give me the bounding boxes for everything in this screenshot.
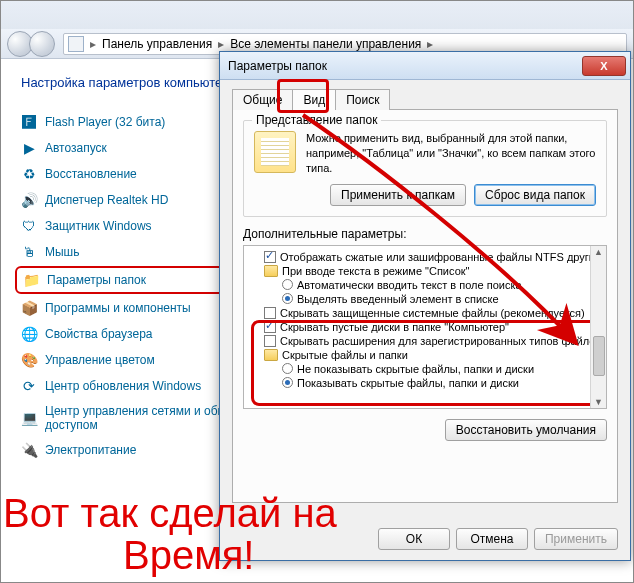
dialog-title-text: Параметры папок bbox=[228, 59, 327, 73]
cp-item-icon: 🛡 bbox=[21, 218, 37, 234]
breadcrumb-part[interactable]: Панель управления bbox=[102, 37, 212, 51]
cp-item[interactable]: 💻Центр управления сетями и общим доступо… bbox=[21, 404, 251, 432]
radio[interactable] bbox=[282, 377, 293, 388]
group-legend: Представление папок bbox=[252, 113, 381, 127]
cp-item-label: Защитник Windows bbox=[45, 219, 152, 233]
tree-row[interactable]: Скрывать защищенные системные файлы (рек… bbox=[248, 306, 606, 320]
folder-icon bbox=[264, 349, 278, 361]
tree-row-label: Скрывать расширения для зарегистрированн… bbox=[280, 335, 601, 347]
cp-item[interactable]: ♻Восстановление bbox=[21, 166, 251, 182]
cp-item[interactable]: 🖱Мышь bbox=[21, 244, 251, 260]
cp-item[interactable]: ▶Автозапуск bbox=[21, 140, 251, 156]
tree-row-label: Автоматически вводить текст в поле поиск… bbox=[297, 279, 522, 291]
window-titlebar bbox=[1, 1, 633, 29]
tree-row[interactable]: Скрывать расширения для зарегистрированн… bbox=[248, 334, 606, 348]
tab-view[interactable]: Вид bbox=[292, 89, 336, 110]
cp-item[interactable]: 🅵Flash Player (32 бита) bbox=[21, 114, 251, 130]
chevron-right-icon: ▸ bbox=[88, 37, 98, 51]
close-icon: X bbox=[600, 60, 607, 72]
tree-row-label: Скрытые файлы и папки bbox=[282, 349, 408, 361]
cp-item-icon: 🔌 bbox=[21, 442, 37, 458]
cp-item[interactable]: 🎨Управление цветом bbox=[21, 352, 251, 368]
tree-row-label: Скрывать защищенные системные файлы (рек… bbox=[280, 307, 585, 319]
folder-options-dialog: Параметры папок X Общие Вид Поиск Предст… bbox=[219, 51, 631, 561]
control-panel-icon bbox=[68, 36, 84, 52]
cp-item[interactable]: 🔌Электропитание bbox=[21, 442, 251, 458]
scroll-thumb[interactable] bbox=[593, 336, 605, 376]
page-title: Настройка параметров компьютера bbox=[21, 75, 251, 90]
breadcrumb-part[interactable]: Все элементы панели управления bbox=[230, 37, 421, 51]
tab-general[interactable]: Общие bbox=[232, 89, 293, 110]
cp-item-label: Автозапуск bbox=[45, 141, 107, 155]
cp-item-label: Параметры папок bbox=[47, 273, 146, 287]
cp-item[interactable]: 🛡Защитник Windows bbox=[21, 218, 251, 234]
folder-view-icon bbox=[254, 131, 296, 173]
tree-row-label: Показывать скрытые файлы, папки и диски bbox=[297, 377, 519, 389]
checkbox[interactable] bbox=[264, 251, 276, 263]
cp-item-label: Диспетчер Realtek HD bbox=[45, 193, 168, 207]
scroll-down-icon[interactable]: ▼ bbox=[594, 396, 603, 408]
tree-row[interactable]: Выделять введенный элемент в списке bbox=[248, 292, 606, 306]
tab-search[interactable]: Поиск bbox=[335, 89, 390, 110]
tree-row[interactable]: Автоматически вводить текст в поле поиск… bbox=[248, 278, 606, 292]
tree-row[interactable]: Показывать скрытые файлы, папки и диски bbox=[248, 376, 606, 390]
cp-item-label: Свойства браузера bbox=[45, 327, 153, 341]
tree-row[interactable]: Скрывать пустые диски в папке "Компьютер… bbox=[248, 320, 606, 334]
cancel-button[interactable]: Отмена bbox=[456, 528, 528, 550]
tree-row[interactable]: При вводе текста в режиме "Список" bbox=[248, 264, 606, 278]
scroll-up-icon[interactable]: ▲ bbox=[594, 246, 603, 258]
tree-row-label: Не показывать скрытые файлы, папки и дис… bbox=[297, 363, 534, 375]
nav-forward-button[interactable] bbox=[29, 31, 55, 57]
cp-item[interactable]: ⟳Центр обновления Windows bbox=[21, 378, 251, 394]
cp-item-icon: 💻 bbox=[21, 410, 37, 426]
cp-item-label: Электропитание bbox=[45, 443, 136, 457]
cp-item-icon: 🌐 bbox=[21, 326, 37, 342]
tree-row-label: Скрывать пустые диски в папке "Компьютер… bbox=[280, 321, 509, 333]
cp-item-icon: 🎨 bbox=[21, 352, 37, 368]
tree-row[interactable]: Отображать сжатые или зашифрованные файл… bbox=[248, 250, 606, 264]
checkbox[interactable] bbox=[264, 307, 276, 319]
tree-row[interactable]: Не показывать скрытые файлы, папки и дис… bbox=[248, 362, 606, 376]
chevron-right-icon: ▸ bbox=[216, 37, 226, 51]
cp-item-label: Flash Player (32 бита) bbox=[45, 115, 165, 129]
cp-item-label: Центр обновления Windows bbox=[45, 379, 201, 393]
cp-item-icon: ▶ bbox=[21, 140, 37, 156]
advanced-settings-tree[interactable]: Отображать сжатые или зашифрованные файл… bbox=[243, 245, 607, 409]
cp-item-icon: ⟳ bbox=[21, 378, 37, 394]
cp-item-label: Восстановление bbox=[45, 167, 137, 181]
ok-button[interactable]: ОК bbox=[378, 528, 450, 550]
chevron-right-icon: ▸ bbox=[425, 37, 435, 51]
checkbox[interactable] bbox=[264, 335, 276, 347]
folder-view-text: Можно применить вид, выбранный для этой … bbox=[306, 131, 596, 176]
apply-to-folders-button[interactable]: Применить к папкам bbox=[330, 184, 466, 206]
cp-item[interactable]: 🔊Диспетчер Realtek HD bbox=[21, 192, 251, 208]
radio[interactable] bbox=[282, 279, 293, 290]
close-button[interactable]: X bbox=[582, 56, 626, 76]
cp-item-label: Программы и компоненты bbox=[45, 301, 191, 315]
cp-item-icon: 🅵 bbox=[21, 114, 37, 130]
cp-item-icon: 🔊 bbox=[21, 192, 37, 208]
tree-row-label: Выделять введенный элемент в списке bbox=[297, 293, 499, 305]
advanced-settings-label: Дополнительные параметры: bbox=[243, 227, 607, 241]
scrollbar[interactable]: ▲ ▼ bbox=[590, 246, 606, 408]
tree-row-label: При вводе текста в режиме "Список" bbox=[282, 265, 469, 277]
cp-item[interactable]: 🌐Свойства браузера bbox=[21, 326, 251, 342]
radio[interactable] bbox=[282, 293, 293, 304]
reset-folders-button[interactable]: Сброс вида папок bbox=[474, 184, 596, 206]
cp-item-icon: 🖱 bbox=[21, 244, 37, 260]
checkbox[interactable] bbox=[264, 321, 276, 333]
cp-item[interactable]: 📁Параметры папок bbox=[23, 272, 249, 288]
cp-item[interactable]: 📦Программы и компоненты bbox=[21, 300, 251, 316]
restore-defaults-button[interactable]: Восстановить умолчания bbox=[445, 419, 607, 441]
tree-row-label: Отображать сжатые или зашифрованные файл… bbox=[280, 251, 607, 263]
tree-row[interactable]: Скрытые файлы и папки bbox=[248, 348, 606, 362]
cp-item-label: Мышь bbox=[45, 245, 80, 259]
cp-item-icon: 📦 bbox=[21, 300, 37, 316]
folder-icon bbox=[264, 265, 278, 277]
cp-item-icon: 📁 bbox=[23, 272, 39, 288]
dialog-titlebar[interactable]: Параметры папок X bbox=[220, 52, 630, 80]
cp-item-icon: ♻ bbox=[21, 166, 37, 182]
cp-item-label: Управление цветом bbox=[45, 353, 155, 367]
apply-button[interactable]: Применить bbox=[534, 528, 618, 550]
radio[interactable] bbox=[282, 363, 293, 374]
